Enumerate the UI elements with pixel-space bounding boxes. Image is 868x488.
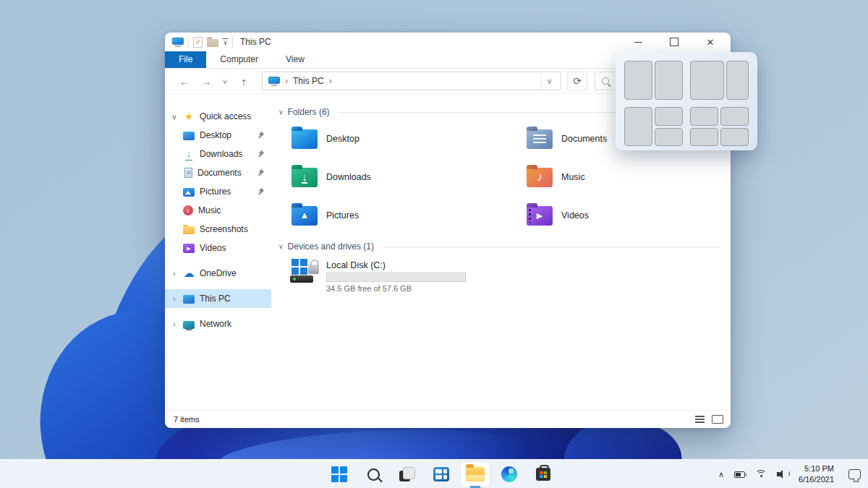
chevron-right-icon[interactable]: ›: [171, 270, 178, 278]
taskbar: ∧ 5:10 PM 6/16/2021: [0, 459, 868, 488]
up-icon[interactable]: ↑: [234, 75, 253, 87]
divider: [383, 247, 720, 247]
sidebar-item-videos[interactable]: ▶ Videos: [165, 239, 271, 257]
new-folder-icon[interactable]: [207, 39, 218, 47]
forward-icon[interactable]: →: [197, 75, 216, 87]
this-pc-icon: [268, 77, 280, 86]
close-button[interactable]: ✕: [694, 33, 726, 51]
refresh-icon[interactable]: ⟳: [567, 72, 587, 90]
large-icons-view-icon[interactable]: [712, 415, 723, 424]
windows-logo-icon: [331, 466, 347, 482]
snap-layouts-flyout: [616, 52, 757, 150]
address-bar[interactable]: › This PC › ∨: [262, 72, 561, 90]
local-disk-bitlocker-icon: [290, 259, 319, 285]
clock[interactable]: 5:10 PM 6/16/2021: [799, 463, 834, 485]
chevron-down-icon[interactable]: ∨: [171, 113, 178, 121]
edge-button[interactable]: [495, 462, 524, 487]
drive-tile-local-disk-c[interactable]: Local Disk (C:) 34.5 GB free of 57.6 GB: [278, 259, 720, 293]
tab-computer[interactable]: Computer: [206, 51, 272, 68]
star-icon: ★: [183, 111, 195, 121]
folder-tile-videos[interactable]: ▶ Videos: [527, 201, 720, 230]
this-pc-icon: [172, 38, 184, 47]
snap-layout-wide-left[interactable]: [690, 61, 749, 100]
sidebar-item-pictures[interactable]: Pictures: [165, 182, 271, 201]
title-bar[interactable]: ∨ This PC ✕: [165, 33, 731, 51]
screenshots-folder-icon: [183, 226, 195, 234]
details-view-icon[interactable]: [695, 416, 705, 417]
pin-icon: [257, 132, 264, 139]
tray-time: 5:10 PM: [804, 464, 834, 473]
folder-tile-pictures[interactable]: ▲ Pictures: [292, 201, 527, 230]
breadcrumb-this-pc[interactable]: This PC: [293, 76, 324, 86]
back-icon[interactable]: ←: [175, 75, 194, 87]
task-view-button[interactable]: [393, 462, 422, 487]
tray-date: 6/16/2021: [799, 475, 834, 484]
sidebar-item-network[interactable]: › Network: [165, 314, 271, 333]
folder-tile-desktop[interactable]: Desktop: [292, 124, 527, 153]
chevron-down-icon: ∨: [278, 243, 284, 250]
pin-icon: [257, 150, 264, 158]
sidebar-item-onedrive[interactable]: › ☁ OneDrive: [165, 264, 271, 283]
lock-icon: [308, 265, 319, 274]
chevron-right-icon[interactable]: ›: [171, 295, 178, 303]
snap-layout-two-equal[interactable]: [624, 61, 683, 100]
task-view-icon: [399, 467, 415, 481]
properties-icon[interactable]: [193, 37, 203, 48]
this-pc-icon: [183, 295, 195, 304]
devices-section-header[interactable]: ∨ Devices and drives (1): [278, 241, 720, 252]
address-dropdown-icon[interactable]: ∨: [540, 72, 558, 90]
onedrive-icon: ☁: [183, 268, 195, 278]
drive-capacity-text: 34.5 GB free of 57.6 GB: [326, 284, 466, 293]
chevron-down-icon: ∨: [278, 108, 284, 116]
chevron-right-icon[interactable]: ›: [171, 320, 178, 328]
breadcrumb-separator: ›: [285, 76, 288, 86]
videos-icon: ▶: [183, 244, 195, 253]
sidebar-item-downloads[interactable]: ↓ Downloads: [165, 145, 271, 163]
items-count: 7 items: [174, 415, 199, 424]
volume-icon[interactable]: [777, 470, 788, 479]
pictures-folder-icon: ▲: [292, 206, 318, 226]
battery-icon[interactable]: [734, 471, 745, 478]
music-folder-icon: ♪: [527, 168, 553, 187]
sidebar-item-music[interactable]: ♪ Music: [165, 201, 271, 220]
edge-icon: [501, 466, 517, 482]
sidebar-item-documents[interactable]: Documents: [165, 163, 271, 182]
file-explorer-button[interactable]: [461, 462, 490, 487]
store-button[interactable]: [529, 462, 558, 487]
tab-view[interactable]: View: [272, 51, 318, 68]
sidebar-item-desktop[interactable]: Desktop: [165, 126, 271, 145]
pictures-icon: [183, 188, 195, 197]
widgets-icon: [433, 467, 449, 481]
tab-file[interactable]: File: [165, 51, 206, 68]
documents-folder-icon: [527, 129, 553, 149]
maximize-button[interactable]: [658, 33, 690, 51]
sidebar-item-screenshots[interactable]: Screenshots: [165, 220, 271, 239]
snap-layout-quad[interactable]: [690, 107, 749, 146]
folder-tile-music[interactable]: ♪ Music: [527, 163, 720, 192]
drive-usage-bar: [326, 273, 466, 282]
widgets-button[interactable]: [427, 462, 456, 487]
search-icon: [602, 77, 609, 85]
wifi-icon[interactable]: [755, 470, 767, 479]
customize-toolbar-icon[interactable]: ∨: [223, 38, 228, 46]
notifications-icon[interactable]: [848, 469, 861, 479]
search-icon: [367, 468, 380, 481]
file-explorer-icon: [466, 467, 485, 481]
folder-tile-downloads[interactable]: ↓ Downloads: [292, 163, 527, 192]
minimize-button[interactable]: [622, 33, 654, 51]
sidebar-item-quick-access[interactable]: ∨ ★ Quick access: [165, 107, 271, 126]
recent-locations-icon[interactable]: ∨: [218, 77, 231, 85]
search-button[interactable]: [359, 462, 388, 487]
divider: [232, 37, 233, 47]
status-bar: 7 items: [165, 410, 731, 428]
breadcrumb-separator[interactable]: ›: [329, 76, 332, 86]
start-button[interactable]: [325, 462, 354, 487]
sidebar-item-this-pc[interactable]: › This PC: [165, 289, 271, 308]
system-tray: ∧ 5:10 PM 6/16/2021: [718, 460, 861, 488]
snap-layout-left-plus-stack[interactable]: [624, 107, 683, 146]
pin-icon: [257, 169, 264, 176]
desktop: ∨ This PC ✕ File Computer View ← → ∨ ↑ ›…: [0, 0, 868, 488]
tray-chevron-icon[interactable]: ∧: [718, 470, 724, 479]
documents-icon: [184, 168, 192, 178]
sidebar: ∨ ★ Quick access Desktop ↓ Downloads Doc…: [165, 94, 271, 410]
